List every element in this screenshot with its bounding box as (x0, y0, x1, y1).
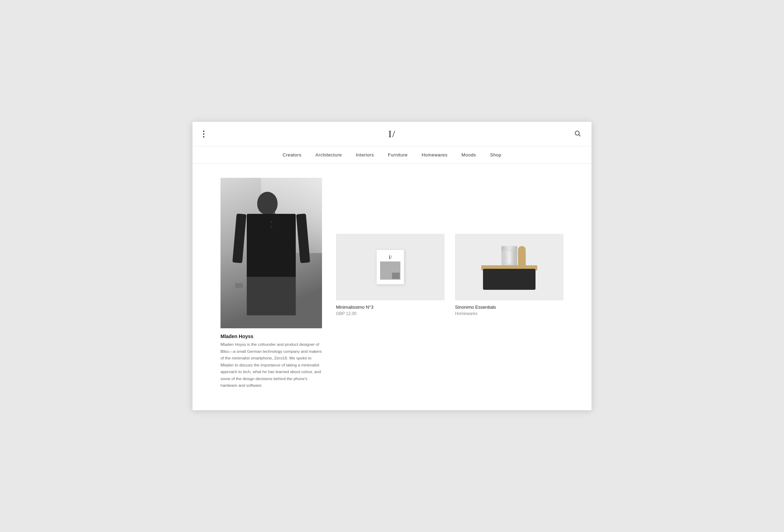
nav-item-architecture[interactable]: Architecture (315, 152, 342, 158)
nav-item-interiors[interactable]: Interiors (356, 152, 374, 158)
creator-column: Mladen Hoyss Mladen Hoyss is the cofound… (220, 178, 322, 389)
product-card-homewares[interactable]: Sinonimo Essentials Homewares (455, 234, 564, 316)
main-content: Mladen Hoyss Mladen Hoyss is the cofound… (192, 164, 592, 410)
menu-icon[interactable] (203, 131, 204, 138)
nav-item-furniture[interactable]: Furniture (388, 152, 408, 158)
creator-name: Mladen Hoyss (220, 334, 322, 339)
product-title-homewares: Sinonimo Essentials (455, 304, 564, 310)
product-image-homewares (455, 234, 564, 300)
browser-window: I/ Creators Architecture Interiors Furni… (192, 122, 592, 410)
svg-line-1 (579, 134, 581, 136)
svg-point-0 (575, 131, 579, 135)
nav-item-creators[interactable]: Creators (283, 152, 302, 158)
product-box-visual (481, 244, 537, 290)
site-logo[interactable]: I/ (388, 128, 396, 140)
header: I/ (192, 122, 592, 146)
nav-item-homewares[interactable]: Homewares (422, 152, 448, 158)
products-column: I/ Minimalissimo N°3 GBP 12.00 (336, 178, 564, 389)
creator-image (220, 178, 322, 328)
product-title-magazine: Minimalissimo N°3 (336, 304, 444, 310)
magazine-cover: I/ (376, 250, 404, 285)
product-image-magazine: I/ (336, 234, 444, 300)
creator-description: Mladen Hoyss is the cofounder and produc… (220, 341, 322, 389)
top-spacer (336, 178, 564, 234)
product-price-magazine: GBP 12.00 (336, 311, 444, 316)
magazine-logo-icon: I/ (389, 255, 392, 260)
product-card-magazine[interactable]: I/ Minimalissimo N°3 GBP 12.00 (336, 234, 444, 316)
main-nav: Creators Architecture Interiors Furnitur… (192, 146, 592, 164)
cup-metal-icon (502, 246, 517, 267)
nav-item-moods[interactable]: Moods (462, 152, 476, 158)
search-icon[interactable] (574, 130, 581, 138)
cards-row: I/ Minimalissimo N°3 GBP 12.00 (336, 234, 564, 316)
nav-item-shop[interactable]: Shop (490, 152, 501, 158)
box-base-icon (483, 269, 536, 290)
product-category-homewares: Homewares (455, 311, 564, 316)
